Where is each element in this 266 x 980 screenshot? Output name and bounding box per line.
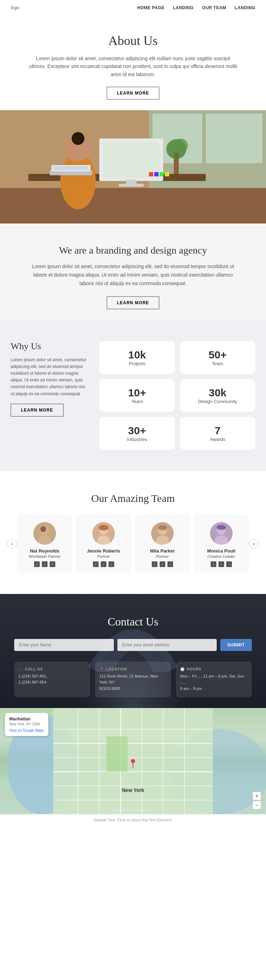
contact-call-content: 1 (234) 567-891, 1 (234) 987-654: [18, 673, 86, 686]
stat-industries-num: 30+: [105, 425, 169, 437]
contact-card-hours: 🕐 HOURS Mon – Fri..... 11 am – 8 pm, Sat…: [176, 662, 252, 698]
why-us-learn-more-button[interactable]: LEARN MORE: [11, 404, 64, 417]
contact-call-title: 📞 CALL US: [18, 667, 86, 671]
team-card-mila: Mila Parker Partner f t i: [135, 515, 190, 573]
stat-years-label: Years: [105, 399, 169, 404]
contact-form: SUBMIT: [14, 639, 252, 651]
stat-years: 10+ Years: [99, 379, 175, 412]
carousel-prev-button[interactable]: ‹: [7, 539, 17, 549]
map-zoom-in-button[interactable]: +: [253, 792, 261, 800]
team-role-nat: Worldwide Partner: [21, 554, 68, 558]
logo: logo: [11, 5, 19, 11]
why-us-section: Why Us Lorem ipsum dolor sit amet, conse…: [0, 320, 266, 471]
svg-point-22: [174, 138, 188, 153]
team-title: Our Amazing Team: [7, 492, 259, 504]
contact-submit-button[interactable]: SUBMIT: [220, 639, 252, 651]
twitter-icon-jennie[interactable]: t: [101, 562, 106, 567]
avatar-mila: [151, 522, 174, 545]
team-card-monica: Monica Pouli Creative Leader f t i: [194, 515, 249, 573]
navbar: logo HOME PAGE LANDING OUR TEAM LANDING: [0, 0, 266, 16]
instagram-icon-monica[interactable]: i: [226, 562, 232, 567]
nav-landing1[interactable]: LANDING: [173, 5, 194, 10]
facebook-icon-monica[interactable]: f: [211, 562, 216, 567]
map-info-sub: New York, NY 1006: [9, 722, 44, 726]
stat-projects: 10k Projects: [99, 341, 175, 374]
map-section: New York Manhattan New York, NY 1006 Vie…: [0, 708, 266, 814]
nav-homepage[interactable]: HOME PAGE: [137, 5, 165, 10]
branding-section: We are a branding and design agency Lore…: [0, 223, 266, 320]
team-card-jennie: Jennie Roberts Partner f t i: [76, 515, 131, 573]
nav-landing2[interactable]: LANDING: [235, 5, 255, 10]
facebook-icon-mila[interactable]: f: [152, 562, 157, 567]
branding-learn-more-button[interactable]: LEARN MORE: [107, 296, 160, 309]
svg-rect-16: [149, 172, 153, 177]
team-name-jennie: Jennie Roberts: [80, 548, 127, 554]
map-info-title: Manhattan: [9, 716, 44, 721]
twitter-icon-nat[interactable]: t: [42, 562, 48, 567]
team-role-monica: Creative Leader: [198, 554, 245, 558]
branding-title: We are a branding and design agency: [28, 245, 238, 256]
stat-years-num: 10+: [105, 387, 169, 399]
footer-sample-text: Sample Text. Click to select the Text El…: [94, 818, 172, 822]
contact-email-input[interactable]: [117, 639, 217, 651]
instagram-icon-nat[interactable]: i: [50, 562, 55, 567]
stat-community-num: 30k: [186, 387, 250, 399]
hero-image: [0, 110, 266, 223]
contact-hours-title: 🕐 HOURS: [180, 667, 248, 671]
stat-community-label: Design Community: [186, 399, 250, 404]
svg-point-26: [40, 526, 46, 532]
freepik-attribution: Images from Freepik: [119, 808, 148, 811]
contact-location-title: 📍 LOCATION: [99, 667, 167, 671]
hours-icon: 🕐: [180, 667, 185, 671]
svg-rect-54: [106, 736, 128, 772]
twitter-icon-mila[interactable]: t: [160, 562, 165, 567]
contact-name-input[interactable]: [14, 639, 114, 651]
about-body: Lorem ipsum dolor sit amet, consectetur …: [28, 54, 238, 78]
stat-team-label: Team: [186, 361, 250, 366]
hero-svg: [0, 110, 266, 223]
svg-point-8: [72, 132, 84, 145]
svg-rect-4: [0, 188, 266, 223]
map-zoom-out-button[interactable]: −: [253, 801, 261, 809]
contact-title: Contact Us: [14, 615, 252, 628]
why-us-left: Why Us Lorem ipsum dolor sit amet, conse…: [11, 341, 89, 450]
team-name-monica: Monica Pouli: [198, 548, 245, 554]
svg-rect-15: [53, 166, 89, 170]
twitter-icon-monica[interactable]: t: [218, 562, 224, 567]
stat-awards-num: 7: [186, 425, 250, 437]
contact-inner: Contact Us SUBMIT 📞 CALL US 1 (234) 567-…: [14, 615, 252, 708]
map-view-link[interactable]: View on Google Maps: [9, 729, 44, 732]
facebook-icon-jennie[interactable]: f: [93, 562, 99, 567]
stat-team-num: 50+: [186, 349, 250, 361]
social-icons-mila: f t i: [139, 562, 186, 567]
instagram-icon-jennie[interactable]: i: [109, 562, 114, 567]
branding-body: Lorem ipsum dolor sit amet, consectetur …: [28, 262, 238, 288]
svg-rect-18: [160, 172, 164, 177]
contact-card-location: 📍 LOCATION 121 Rock Street, 21 Avenue, N…: [95, 662, 171, 698]
nav-ourteam[interactable]: OUR TEAM: [202, 5, 226, 10]
stat-projects-num: 10k: [105, 349, 169, 361]
footer-note: Sample Text. Click to select the Text El…: [0, 814, 266, 826]
map-info-box: Manhattan New York, NY 1006 View on Goog…: [5, 713, 48, 736]
svg-point-30: [99, 525, 109, 531]
team-name-mila: Mila Parker: [139, 548, 186, 554]
contact-hours-content: Mon – Fri..... 11 am – 8 pm, Sat, Sun ..…: [180, 673, 248, 692]
stat-industries-label: Industries: [105, 437, 169, 442]
phone-icon: 📞: [18, 667, 23, 671]
instagram-icon-mila[interactable]: i: [167, 562, 173, 567]
carousel-next-button[interactable]: ›: [249, 539, 259, 549]
about-learn-more-button[interactable]: LEARN MORE: [107, 87, 160, 100]
location-icon: 📍: [99, 667, 104, 671]
why-us-title: Why Us: [11, 341, 89, 352]
team-carousel: ‹ Nat Reynolds Worldwide Partner f t: [7, 515, 259, 573]
contact-location-content: 121 Rock Street, 21 Avenue, New York, NY…: [99, 673, 167, 692]
svg-rect-12: [119, 184, 144, 187]
team-section: Our Amazing Team ‹ Nat Reynolds Worldwid…: [0, 471, 266, 594]
stat-projects-label: Projects: [105, 361, 169, 366]
social-icons-monica: f t i: [198, 562, 245, 567]
why-us-body: Lorem ipsum dolor sit amet, consectetur …: [11, 356, 89, 398]
avatar-monica: [210, 522, 233, 545]
svg-rect-3: [206, 114, 263, 163]
avatar-jennie: [92, 522, 115, 545]
facebook-icon-nat[interactable]: f: [34, 562, 40, 567]
